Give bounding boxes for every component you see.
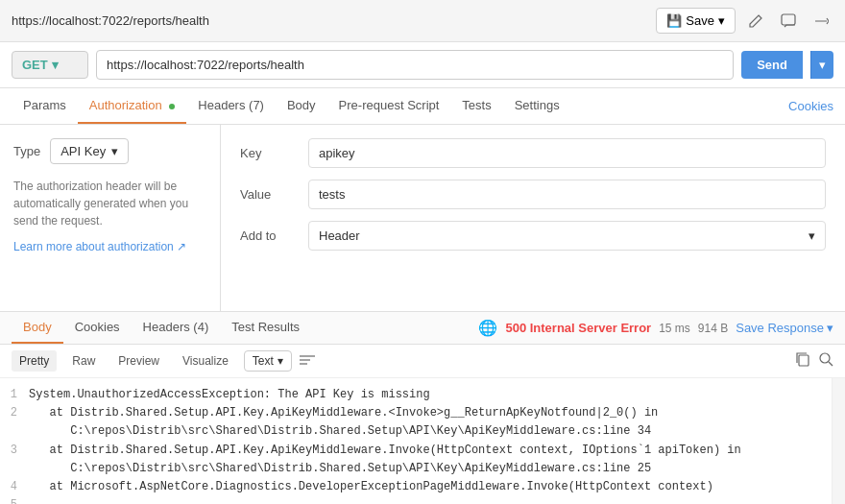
- fmt-tab-raw[interactable]: Raw: [64, 350, 103, 372]
- comment-icon: [781, 13, 796, 29]
- auth-left-panel: Type API Key ▾ The authorization header …: [0, 125, 221, 311]
- comment-icon-button[interactable]: [776, 9, 801, 34]
- top-bar: https://localhost:7022/reports/health 💾 …: [0, 0, 845, 42]
- auth-active-dot: [169, 104, 175, 109]
- response-code: 1 System.UnauthorizedAccessException: Th…: [0, 378, 832, 504]
- status-globe-icon: 🌐: [478, 319, 497, 337]
- code-line-2: 2 at Distrib.Shared.Setup.API.Key.ApiKey…: [0, 404, 832, 441]
- addto-row: Add to Header ▾: [240, 221, 826, 251]
- request-tabs: Params Authorization Headers (7) Body Pr…: [0, 88, 845, 125]
- edit-icon: [748, 13, 763, 29]
- method-chevron-icon: ▾: [52, 58, 59, 72]
- type-label: Type: [13, 144, 40, 158]
- code-line-5: 5: [0, 496, 832, 504]
- more-options-button[interactable]: [809, 9, 833, 34]
- format-bar: Pretty Raw Preview Visualize Text ▾: [0, 345, 845, 378]
- type-select[interactable]: API Key ▾: [50, 138, 129, 164]
- auth-info-text: The authorization header will be automat…: [13, 178, 206, 229]
- format-actions: [795, 351, 833, 371]
- addto-chevron-icon: ▾: [809, 228, 815, 243]
- response-size: 914 B: [698, 322, 728, 335]
- text-format-select[interactable]: Text ▾: [244, 350, 292, 372]
- value-row: Value: [240, 180, 826, 209]
- addto-label: Add to: [240, 228, 293, 243]
- tab-authorization[interactable]: Authorization: [78, 88, 187, 124]
- value-input[interactable]: [308, 180, 826, 209]
- cookies-link[interactable]: Cookies: [788, 99, 833, 113]
- top-bar-url: https://localhost:7022/reports/health: [12, 13, 209, 28]
- send-dropdown-button[interactable]: ▾: [810, 51, 833, 79]
- text-format-label: Text: [253, 354, 274, 368]
- type-value: API Key: [60, 144, 106, 158]
- save-response-button[interactable]: Save Response ▾: [736, 321, 833, 335]
- method-select[interactable]: GET ▾: [12, 51, 88, 79]
- type-chevron-icon: ▾: [111, 144, 118, 158]
- sort-icon: [300, 354, 315, 366]
- tab-pre-request[interactable]: Pre-request Script: [327, 88, 451, 124]
- tab-body[interactable]: Body: [276, 88, 327, 124]
- response-time: 15 ms: [659, 322, 690, 335]
- edit-icon-button[interactable]: [743, 9, 768, 34]
- send-button[interactable]: Send: [741, 51, 803, 79]
- svg-point-5: [820, 353, 830, 363]
- more-icon: [813, 13, 829, 29]
- save-icon: 💾: [666, 13, 682, 28]
- tab-params[interactable]: Params: [12, 88, 78, 124]
- resp-tab-cookies[interactable]: Cookies: [63, 312, 132, 344]
- save-label: Save: [686, 13, 714, 28]
- key-label: Key: [240, 146, 293, 160]
- status-section: 🌐 500 Internal Server Error 15 ms 914 B …: [478, 319, 833, 337]
- resp-tab-body[interactable]: Body: [12, 312, 63, 344]
- auth-right-panel: Key Value Add to Header ▾: [221, 125, 845, 311]
- scrollbar[interactable]: [832, 378, 845, 504]
- svg-rect-4: [799, 355, 809, 366]
- svg-line-6: [829, 362, 833, 366]
- save-response-chevron-icon: ▾: [827, 321, 833, 335]
- value-label: Value: [240, 187, 293, 202]
- search-icon-button[interactable]: [818, 351, 833, 371]
- fmt-tab-preview[interactable]: Preview: [110, 350, 167, 372]
- resp-tab-test-results[interactable]: Test Results: [220, 312, 311, 344]
- status-code: 500 Internal Server Error: [505, 321, 651, 335]
- fmt-tab-pretty[interactable]: Pretty: [12, 350, 57, 372]
- save-button[interactable]: 💾 Save ▾: [656, 8, 736, 34]
- type-row: Type API Key ▾: [13, 138, 206, 164]
- copy-icon-button[interactable]: [795, 351, 810, 371]
- method-label: GET: [22, 58, 48, 72]
- sort-icon-button[interactable]: [300, 352, 315, 370]
- top-bar-actions: 💾 Save ▾: [656, 8, 833, 34]
- addto-value: Header: [319, 228, 360, 243]
- copy-icon: [795, 351, 810, 367]
- response-tabs: Body Cookies Headers (4) Test Results 🌐 …: [0, 312, 845, 345]
- tab-tests[interactable]: Tests: [450, 88, 502, 124]
- addto-select[interactable]: Header ▾: [308, 221, 826, 251]
- request-bar: GET ▾ Send ▾: [0, 42, 845, 88]
- code-line-3: 3 at Distrib.Shared.Setup.API.Key.ApiKey…: [0, 442, 832, 478]
- code-line-4: 4 at Microsoft.AspNetCore.Diagnostics.De…: [0, 478, 832, 496]
- text-format-chevron-icon: ▾: [278, 354, 283, 368]
- key-input[interactable]: [308, 138, 826, 168]
- search-icon: [818, 351, 833, 367]
- fmt-tab-visualize[interactable]: Visualize: [175, 350, 236, 372]
- save-chevron-icon: ▾: [718, 13, 725, 28]
- svg-rect-0: [782, 14, 795, 25]
- save-response-label: Save Response: [736, 321, 824, 335]
- learn-more-link[interactable]: Learn more about authorization ↗: [13, 240, 186, 253]
- url-input[interactable]: [96, 50, 734, 80]
- tab-headers[interactable]: Headers (7): [186, 88, 276, 124]
- resp-tab-headers[interactable]: Headers (4): [132, 312, 221, 344]
- code-container: 1 System.UnauthorizedAccessException: Th…: [0, 378, 845, 504]
- tab-settings[interactable]: Settings: [503, 88, 571, 124]
- auth-panel: Type API Key ▾ The authorization header …: [0, 125, 845, 312]
- key-row: Key: [240, 138, 826, 168]
- code-line-1: 1 System.UnauthorizedAccessException: Th…: [0, 386, 832, 404]
